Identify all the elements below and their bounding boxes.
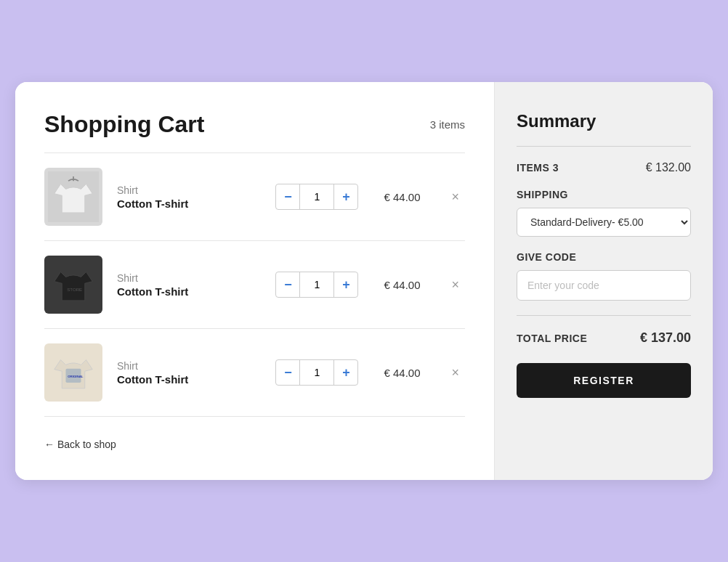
summary-title: Summary bbox=[517, 111, 691, 131]
total-value: € 137.00 bbox=[640, 330, 691, 346]
total-label: TOTAL PRICE bbox=[517, 333, 587, 344]
decrease-btn-2[interactable]: − bbox=[276, 272, 299, 297]
cart-item: STORE Shirt Cotton T-shirt − + € 44.00 × bbox=[44, 241, 465, 329]
increase-btn-3[interactable]: + bbox=[334, 360, 357, 385]
svg-text:ORIGINAL: ORIGINAL bbox=[68, 375, 84, 378]
shipping-label: SHIPPING bbox=[517, 189, 691, 200]
cart-section: Shopping Cart 3 items Shirt Cotton T-shi… bbox=[15, 82, 495, 480]
item-category-1: Shirt bbox=[117, 184, 261, 196]
total-divider bbox=[517, 315, 691, 316]
svg-text:STORE: STORE bbox=[67, 287, 82, 292]
item-info-1: Shirt Cotton T-shirt bbox=[117, 184, 261, 210]
increase-btn-2[interactable]: + bbox=[334, 272, 357, 297]
quantity-input-1[interactable] bbox=[299, 184, 334, 209]
code-input[interactable] bbox=[517, 270, 691, 301]
item-count: 3 items bbox=[430, 118, 465, 131]
item-image-2: STORE bbox=[44, 256, 102, 314]
item-price-3: € 44.00 bbox=[373, 367, 431, 379]
item-name-3: Cotton T-shirt bbox=[117, 373, 261, 386]
register-button[interactable]: REGISTER bbox=[517, 363, 691, 398]
summary-divider-top bbox=[517, 146, 691, 147]
item-info-2: Shirt Cotton T-shirt bbox=[117, 272, 261, 298]
back-to-shop-button[interactable]: ← Back to shop bbox=[44, 439, 116, 450]
item-name-2: Cotton T-shirt bbox=[117, 285, 261, 298]
item-name-1: Cotton T-shirt bbox=[117, 197, 261, 210]
quantity-control-3: − + bbox=[275, 359, 358, 386]
increase-btn-1[interactable]: + bbox=[334, 184, 357, 209]
items-summary-row: ITEMS 3 € 132.00 bbox=[517, 161, 691, 174]
remove-btn-3[interactable]: × bbox=[445, 362, 465, 383]
remove-btn-1[interactable]: × bbox=[445, 187, 465, 208]
cart-header: Shopping Cart 3 items bbox=[44, 111, 465, 138]
quantity-control-1: − + bbox=[275, 184, 358, 210]
item-image-1 bbox=[44, 168, 102, 226]
cart-item: ORIGINAL Shirt Cotton T-shirt − + € 44.0… bbox=[44, 329, 465, 417]
total-row: TOTAL PRICE € 137.00 bbox=[517, 330, 691, 346]
shopping-cart-container: Shopping Cart 3 items Shirt Cotton T-shi… bbox=[15, 82, 713, 480]
quantity-input-3[interactable] bbox=[299, 360, 334, 385]
cart-item: Shirt Cotton T-shirt − + € 44.00 × bbox=[44, 153, 465, 241]
items-summary-label: ITEMS 3 bbox=[517, 162, 559, 174]
quantity-control-2: − + bbox=[275, 272, 358, 298]
item-image-3: ORIGINAL bbox=[44, 343, 102, 402]
quantity-input-2[interactable] bbox=[299, 272, 334, 297]
summary-section: Summary ITEMS 3 € 132.00 SHIPPING Standa… bbox=[495, 82, 713, 480]
item-category-3: Shirt bbox=[117, 360, 261, 372]
item-info-3: Shirt Cotton T-shirt bbox=[117, 360, 261, 386]
remove-btn-2[interactable]: × bbox=[445, 274, 465, 296]
shipping-select[interactable]: Standard-Delivery- €5.00 Express-Deliver… bbox=[517, 208, 691, 237]
decrease-btn-1[interactable]: − bbox=[276, 184, 299, 209]
shipping-block: SHIPPING Standard-Delivery- €5.00 Expres… bbox=[517, 189, 691, 251]
give-code-label: GIVE CODE bbox=[517, 251, 691, 263]
item-price-2: € 44.00 bbox=[373, 279, 431, 291]
give-code-block: GIVE CODE bbox=[517, 251, 691, 315]
items-summary-value: € 132.00 bbox=[646, 161, 691, 174]
decrease-btn-3[interactable]: − bbox=[276, 360, 299, 385]
cart-title: Shopping Cart bbox=[44, 111, 204, 138]
item-price-1: € 44.00 bbox=[373, 191, 431, 203]
item-category-2: Shirt bbox=[117, 272, 261, 284]
